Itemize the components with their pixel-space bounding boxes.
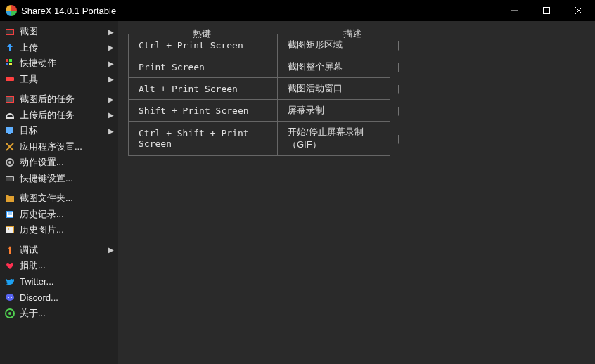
hotkey-table: Ctrl + Print Screen截图矩形区域|Print Screen截图…	[128, 34, 408, 156]
submenu-arrow-icon: ▶	[108, 96, 114, 103]
menu-item-afterup[interactable]: 上传后的任务▶	[0, 108, 118, 124]
quickact-icon	[4, 58, 15, 69]
menu-label: 上传	[20, 41, 105, 54]
svg-rect-21	[6, 177, 13, 181]
svg-rect-6	[6, 59, 8, 62]
imghist-icon	[4, 224, 15, 235]
svg-rect-8	[6, 63, 8, 65]
menu-item-tools[interactable]: 工具▶	[0, 72, 118, 88]
hotkey-row[interactable]: Shift + Print Screen屏幕录制|	[129, 100, 408, 122]
aftercap-icon	[4, 93, 15, 105]
menu-item-folder[interactable]: 截图文件夹...	[0, 190, 118, 207]
svg-rect-5	[6, 30, 13, 34]
history-icon	[4, 209, 15, 220]
folder-icon	[4, 193, 15, 204]
svg-rect-15	[8, 133, 11, 134]
menu-label: 关于...	[20, 307, 114, 320]
svg-point-32	[11, 297, 12, 298]
menu-item-upload[interactable]: 上传▶	[0, 40, 118, 56]
minimize-button[interactable]	[498, 0, 530, 21]
menu-item-about[interactable]: 关于...	[0, 306, 118, 322]
dest-icon	[4, 125, 15, 136]
svg-point-34	[8, 312, 11, 315]
desc-cell: 截图活动窗口	[278, 78, 390, 100]
about-icon	[4, 308, 15, 319]
menu-label: 快捷动作	[20, 57, 105, 70]
menu-item-actset[interactable]: 动作设置...	[0, 155, 118, 171]
svg-rect-9	[9, 63, 12, 65]
hotkey-row[interactable]: Print Screen截图整个屏幕|	[129, 56, 408, 78]
menu-label: 截图后的任务	[20, 93, 105, 105]
menu-label: 上传后的任务	[20, 109, 105, 122]
desc-cell: 开始/停止屏幕录制（GIF）	[278, 122, 390, 156]
menu-item-donate[interactable]: 捐助...	[0, 258, 118, 274]
close-button[interactable]	[563, 0, 595, 21]
svg-rect-13	[6, 117, 14, 119]
hotkey-cell: Shift + Print Screen	[129, 100, 278, 122]
sidebar: 截图▶上传▶快捷动作▶工具▶截图后的任务▶上传后的任务▶目标▶应用程序设置...…	[0, 21, 118, 364]
menu-label: 截图文件夹...	[20, 192, 114, 204]
row-marker: |	[390, 78, 408, 100]
tools-icon	[4, 74, 15, 85]
menu-item-appset[interactable]: 应用程序设置...	[0, 139, 118, 155]
hotkeyset-icon	[4, 173, 15, 184]
screenshot-icon	[4, 26, 15, 37]
desc-cell: 截图整个屏幕	[278, 56, 390, 78]
hotkey-row[interactable]: Ctrl + Shift + Print Screen开始/停止屏幕录制（GIF…	[129, 122, 408, 156]
upload-icon	[4, 42, 15, 53]
menu-item-hotkeyset[interactable]: 快捷键设置...	[0, 171, 118, 187]
maximize-button[interactable]	[530, 0, 563, 21]
hotkey-row[interactable]: Alt + Print Screen截图活动窗口|	[129, 78, 408, 100]
menu-label: 截图	[20, 25, 105, 38]
menu-label: 动作设置...	[20, 156, 114, 169]
menu-item-discord[interactable]: Discord...	[0, 290, 118, 306]
svg-point-19	[8, 161, 11, 164]
menu-label: 工具	[20, 73, 105, 86]
menu-label: 调试	[20, 244, 105, 256]
submenu-arrow-icon: ▶	[108, 60, 114, 67]
submenu-arrow-icon: ▶	[108, 44, 114, 51]
menu-label: Twitter...	[20, 276, 114, 287]
svg-rect-12	[6, 97, 13, 102]
actset-icon	[4, 157, 15, 168]
twitter-icon	[4, 276, 15, 287]
menu-item-imghist[interactable]: 历史图片...	[0, 222, 118, 238]
hotkey-cell: Ctrl + Shift + Print Screen	[129, 122, 278, 156]
submenu-arrow-icon: ▶	[108, 246, 114, 254]
svg-rect-7	[9, 59, 12, 62]
menu-label: Discord...	[20, 292, 114, 303]
menu-label: 历史记录...	[20, 208, 114, 221]
svg-rect-29	[9, 249, 11, 254]
desc-cell: 屏幕录制	[278, 100, 390, 122]
content-area: 热键 描述 Ctrl + Print Screen截图矩形区域|Print Sc…	[118, 21, 595, 364]
submenu-arrow-icon: ▶	[108, 111, 114, 119]
menu-label: 目标	[20, 124, 105, 137]
appset-icon	[4, 141, 15, 152]
desc-column-header: 描述	[339, 27, 366, 40]
titlebar: ShareX 14.0.1 Portable	[0, 0, 595, 21]
donate-icon	[4, 260, 15, 271]
menu-item-twitter[interactable]: Twitter...	[0, 274, 118, 290]
afterup-icon	[4, 110, 15, 121]
submenu-arrow-icon: ▶	[108, 28, 114, 36]
row-marker: |	[390, 100, 408, 122]
submenu-arrow-icon: ▶	[108, 75, 114, 83]
menu-item-aftercap[interactable]: 截图后的任务▶	[0, 91, 118, 108]
menu-item-quickact[interactable]: 快捷动作▶	[0, 56, 118, 72]
discord-icon	[4, 292, 15, 303]
svg-rect-27	[6, 227, 13, 233]
menu-label: 快捷键设置...	[20, 172, 114, 185]
row-marker: |	[390, 56, 408, 78]
row-marker: |	[390, 122, 408, 156]
menu-item-debug[interactable]: 调试▶	[0, 242, 118, 259]
svg-point-28	[8, 228, 9, 230]
menu-item-dest[interactable]: 目标▶	[0, 123, 118, 139]
svg-rect-14	[6, 127, 13, 133]
menu-item-screenshot[interactable]: 截图▶	[0, 24, 118, 40]
hotkey-column-header: 热键	[188, 27, 215, 40]
window-title: ShareX 14.0.1 Portable	[21, 6, 498, 16]
menu-item-history[interactable]: 历史记录...	[0, 207, 118, 223]
desc-cell: 截图矩形区域	[278, 34, 390, 56]
menu-label: 捐助...	[20, 259, 114, 272]
svg-rect-1	[544, 8, 550, 14]
